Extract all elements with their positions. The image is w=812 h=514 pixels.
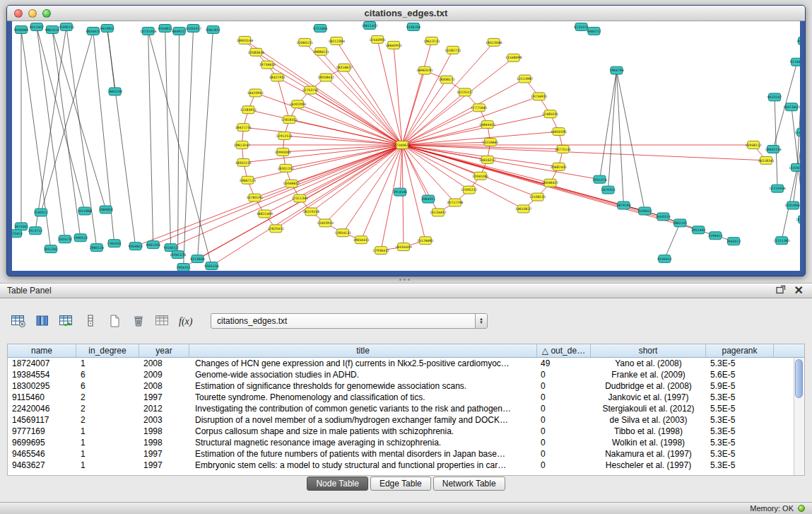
graph-node[interactable]: 18212384 [328, 37, 344, 45]
graph-node[interactable]: 10642154 [765, 146, 781, 153]
graph-node[interactable]: 17625411 [268, 225, 284, 233]
graph-node[interactable]: 22083618 [248, 48, 264, 56]
cell-short[interactable]: Hescheler et al. (1997) [591, 460, 706, 471]
cell-pagerank[interactable]: 5.5E-5 [706, 403, 774, 414]
graph-node[interactable]: 9914032 [797, 37, 800, 45]
minimize-button[interactable] [28, 9, 37, 18]
cell-title[interactable]: Structural magnetic resonance image aver… [189, 437, 537, 448]
graph-node[interactable]: 9054613 [128, 243, 143, 250]
cell-out_degree[interactable]: 0 [537, 426, 591, 437]
cell-in_degree[interactable]: 6 [76, 369, 139, 380]
cell-year[interactable]: 2012 [139, 403, 189, 414]
graph-node[interactable]: 13216641 [482, 139, 498, 146]
graph-node[interactable]: 16821409 [257, 210, 273, 218]
citation-edge-black[interactable] [107, 28, 115, 91]
column-header-title[interactable]: title [189, 344, 537, 358]
graph-node[interactable]: 16534419 [395, 243, 411, 251]
citation-edge-red[interactable] [336, 41, 402, 145]
graph-node[interactable]: 10204317 [185, 24, 201, 32]
graph-node[interactable]: 3106412 [637, 207, 652, 215]
network-view-window[interactable]: citations_edges.txt 17240671183166721905… [6, 5, 806, 276]
cell-out_degree[interactable]: 49 [537, 358, 591, 369]
graph-node[interactable]: 8722406 [313, 24, 328, 32]
graph-node[interactable]: 19813247 [234, 141, 250, 149]
graph-node[interactable]: 16421731 [235, 124, 252, 132]
show-columns-icon[interactable] [33, 312, 52, 330]
window-titlebar[interactable]: citations_edges.txt [7, 6, 805, 21]
tab-node-table[interactable]: Node Table [307, 477, 368, 491]
network-canvas[interactable]: 1724067118316672190584121275374114202094… [12, 21, 800, 271]
column-header-year[interactable]: year [139, 344, 189, 358]
citation-edge-red[interactable] [284, 136, 402, 145]
graph-node[interactable]: 22060121 [297, 38, 313, 46]
cell-in_degree[interactable]: 2 [76, 414, 139, 426]
cell-short[interactable]: Dudbridge et al. (2008) [591, 380, 706, 392]
graph-node[interactable]: 2945012 [726, 238, 741, 245]
graph-node[interactable]: 2196413 [708, 232, 723, 240]
scrollbar-thumb[interactable] [795, 359, 803, 398]
column-header-name[interactable]: name [8, 344, 76, 358]
graph-node[interactable]: 16218341 [758, 156, 774, 164]
graph-node[interactable]: 11026142 [789, 163, 800, 171]
citation-edge-red[interactable] [402, 145, 698, 230]
graph-node[interactable]: 9036069 [14, 25, 29, 33]
cell-short[interactable]: Tibbo et al. (1998) [591, 426, 706, 437]
cell-pagerank[interactable]: 5.3E-5 [706, 414, 774, 426]
graph-node[interactable]: 9316512 [163, 244, 178, 252]
graph-node[interactable]: 19886221 [313, 47, 329, 55]
cell-out_degree[interactable]: 0 [537, 437, 591, 448]
graph-node[interactable]: 12213987 [517, 75, 533, 83]
cell-year[interactable]: 1997 [139, 392, 189, 403]
graph-node[interactable]: 8923107 [767, 93, 782, 101]
graph-node[interactable]: 8012437 [30, 23, 45, 30]
graph-node[interactable]: 12106131 [529, 193, 546, 201]
cell-name[interactable]: 9699695 [8, 437, 76, 448]
graph-node[interactable]: 18302151 [235, 158, 252, 166]
close-button[interactable] [14, 9, 23, 18]
graph-node[interactable]: 16963191 [416, 66, 433, 74]
citation-edge-red[interactable] [277, 78, 289, 120]
cell-title[interactable]: Tourette syndrome. Phenomenology and cla… [189, 392, 537, 403]
cell-name[interactable]: 18300295 [8, 380, 76, 392]
cell-title[interactable]: Disruption of a novel member of a sodium… [189, 414, 537, 426]
graph-node[interactable]: 16046427 [542, 179, 558, 187]
cell-in_degree[interactable]: 1 [76, 460, 139, 471]
cell-in_degree[interactable]: 2 [76, 392, 139, 403]
column-header-pagerank[interactable]: pagerank [706, 344, 774, 358]
delete-column-icon[interactable] [81, 312, 100, 330]
graph-node[interactable]: 11770312 [796, 216, 800, 223]
graph-node[interactable]: 2450314 [656, 213, 671, 221]
graph-node[interactable]: 18306172 [438, 76, 454, 83]
cell-title[interactable]: Investigating the contribution of common… [189, 403, 537, 414]
graph-node[interactable]: 18903144 [237, 36, 253, 44]
graph-node[interactable]: 2663100 [108, 88, 123, 95]
cell-in_degree[interactable]: 6 [76, 380, 139, 392]
graph-node[interactable]: 1914545 [393, 188, 408, 196]
graph-node[interactable]: 1964794 [609, 66, 624, 74]
cell-year[interactable]: 2008 [139, 358, 189, 369]
graph-node[interactable]: 10473413 [783, 103, 799, 111]
graph-node[interactable]: 15134457 [430, 209, 446, 216]
citation-edge-red[interactable] [311, 145, 402, 211]
cell-title[interactable]: Corpus callosum shape and size in male p… [189, 426, 537, 437]
graph-node[interactable]: 9465217 [587, 27, 601, 35]
graph-node[interactable]: 12403910 [317, 219, 334, 227]
citation-edge-black[interactable] [52, 30, 81, 238]
new-document-icon[interactable] [105, 312, 124, 330]
column-header-out_degree[interactable]: △ out_de… [537, 344, 591, 358]
cell-in_degree[interactable]: 1 [76, 448, 139, 460]
graph-node[interactable]: 12753741 [302, 86, 319, 94]
table-row[interactable]: 1830029562008Estimation of significance … [8, 380, 804, 392]
citation-edge-red[interactable] [325, 145, 402, 223]
graph-node[interactable]: 1679315 [601, 186, 616, 194]
graph-node[interactable]: 19734931 [531, 93, 547, 100]
graph-node[interactable]: 17936412 [372, 247, 389, 255]
table-row[interactable]: 946362711997Embryonic stem cells: a mode… [8, 460, 804, 471]
graph-node[interactable]: 9861024 [45, 25, 60, 33]
graph-node[interactable]: 8213604 [190, 255, 205, 263]
graph-node[interactable]: 14420941 [247, 89, 264, 97]
citation-edge-black[interactable] [148, 31, 212, 266]
graph-node[interactable]: 1870412 [12, 230, 23, 238]
graph-node[interactable]: 1862101 [673, 219, 688, 227]
table-row[interactable]: 1938455462009Genome-wide association stu… [8, 369, 804, 380]
